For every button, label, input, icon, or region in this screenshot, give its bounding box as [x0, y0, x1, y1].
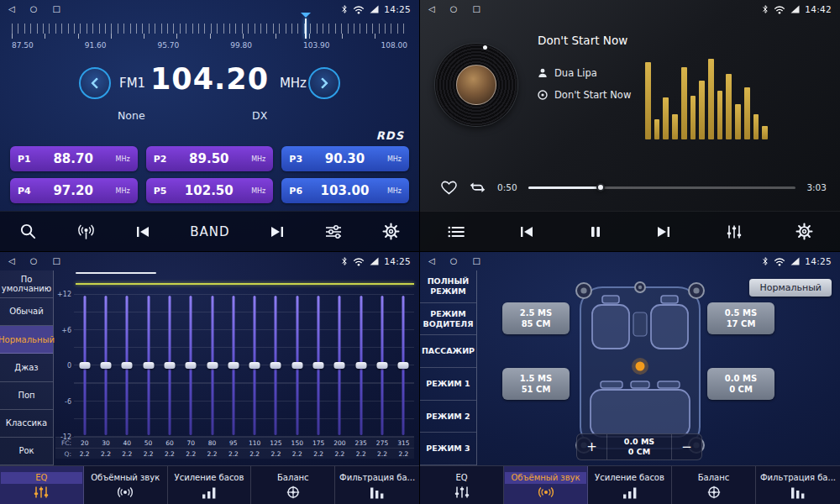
dsp-tab-eq-sliders[interactable]: EQ	[420, 466, 504, 504]
eq-slider-knob[interactable]	[79, 362, 90, 369]
eq-preset-jazz[interactable]: Джаз	[0, 354, 53, 381]
mode-full[interactable]: ПОЛНЫЙ РЕЖИМ	[420, 270, 476, 303]
eq-slider-knob[interactable]	[207, 362, 218, 369]
nav-back-icon[interactable]: ◁	[428, 252, 435, 270]
audio-settings-button[interactable]	[324, 224, 343, 239]
previous-track-button[interactable]	[518, 225, 535, 239]
nav-home-icon[interactable]: ○	[450, 0, 458, 18]
dsp-tab-eq-sliders[interactable]: EQ	[0, 466, 84, 504]
eq-slider-knob[interactable]	[164, 362, 175, 369]
eq-preset-pop[interactable]: Поп	[0, 382, 53, 410]
pause-button[interactable]	[589, 225, 602, 239]
eq-slider-knob[interactable]	[186, 362, 197, 369]
eq-slider-knob[interactable]	[143, 362, 154, 369]
delay-front-right-button[interactable]: 0.5 MS 17 CM	[707, 302, 774, 334]
scan-search-button[interactable]	[19, 223, 37, 240]
preset-button-p4[interactable]: P4 97.20 MHz	[10, 178, 138, 203]
eq-preset-classic[interactable]: Классика	[0, 410, 53, 438]
mode-1[interactable]: РЕЖИМ 1	[420, 368, 476, 401]
eq-slider-knob[interactable]	[270, 362, 281, 369]
decrease-delay-button[interactable]: −	[671, 434, 701, 459]
dsp-tab-surround-sound[interactable]: Объёмный звук	[84, 466, 168, 504]
nav-recents-icon[interactable]: □	[52, 0, 60, 18]
dsp-tab-balance[interactable]: Баланс	[251, 466, 335, 504]
delay-rear-left-button[interactable]: 1.5 MS 51 CM	[502, 368, 570, 400]
nav-recents-icon[interactable]: □	[472, 252, 480, 270]
profile-button[interactable]: Нормальный	[749, 279, 832, 297]
nav-back-icon[interactable]: ◁	[8, 252, 15, 270]
dsp-tab-balance[interactable]: Баланс	[672, 466, 756, 504]
eq-band-slider[interactable]	[350, 294, 371, 437]
dsp-tab-bass-boost[interactable]: Усиление басов	[168, 466, 252, 504]
nav-back-icon[interactable]: ◁	[8, 0, 15, 18]
eq-slider-knob[interactable]	[334, 362, 345, 369]
eq-band-slider[interactable]	[74, 294, 95, 437]
next-station-button[interactable]	[269, 225, 286, 239]
eq-band-slider[interactable]	[307, 294, 328, 437]
repeat-button[interactable]	[469, 180, 486, 195]
dsp-tab-bass-boost[interactable]: Усиление басов	[588, 466, 672, 504]
eq-preset-rock[interactable]: Рок	[0, 438, 53, 465]
eq-band-slider[interactable]	[181, 294, 202, 437]
eq-band-slider[interactable]	[244, 294, 265, 437]
preset-button-p2[interactable]: P2 89.50 MHz	[146, 146, 274, 171]
delay-rear-right-button[interactable]: 0.0 MS 0 CM	[707, 368, 774, 400]
equalizer-button[interactable]	[726, 224, 743, 239]
eq-band-slider[interactable]	[117, 294, 138, 437]
dsp-tab-surround-sound[interactable]: Объёмный звук	[504, 466, 588, 504]
delay-front-left-button[interactable]: 2.5 MS 85 CM	[502, 302, 570, 334]
mode-driver[interactable]: РЕЖИМ ВОДИТЕЛЯ	[420, 303, 476, 336]
favorite-button[interactable]	[440, 180, 458, 195]
eq-slider-knob[interactable]	[377, 362, 388, 369]
settings-button[interactable]	[382, 223, 400, 240]
eq-band-slider[interactable]	[223, 294, 244, 437]
nav-home-icon[interactable]: ○	[30, 252, 38, 270]
nav-recents-icon[interactable]: □	[52, 252, 60, 270]
eq-slider-knob[interactable]	[398, 362, 409, 369]
dsp-tab-bass-filter[interactable]: Фильтрация ба...	[756, 466, 840, 504]
broadcast-button[interactable]	[76, 223, 96, 240]
eq-band-slider[interactable]	[265, 294, 286, 437]
frequency-ruler[interactable]: 87.50 91.60 95.70 99.80 103.90 108.00	[12, 24, 407, 60]
nav-back-icon[interactable]: ◁	[428, 0, 435, 18]
eq-band-slider[interactable]	[393, 294, 414, 437]
playlist-button[interactable]	[447, 225, 465, 239]
eq-band-slider[interactable]	[138, 294, 159, 437]
preset-button-p1[interactable]: P1 88.70 MHz	[10, 146, 138, 171]
eq-band-slider[interactable]	[286, 294, 307, 437]
dsp-tab-bass-filter[interactable]: Фильтрация ба...	[335, 466, 419, 504]
eq-band-slider[interactable]	[371, 294, 392, 437]
eq-slider-knob[interactable]	[249, 362, 260, 369]
eq-band-slider[interactable]	[329, 294, 350, 437]
eq-slider-knob[interactable]	[228, 362, 239, 369]
eq-preset-normal[interactable]: Нормальный	[0, 326, 53, 354]
nav-home-icon[interactable]: ○	[450, 252, 458, 270]
tune-up-button[interactable]	[308, 67, 340, 99]
album-art[interactable]	[435, 44, 517, 126]
band-button[interactable]: BAND	[190, 224, 229, 239]
eq-preset-default[interactable]: По умолчанию	[0, 270, 53, 298]
eq-band-slider[interactable]	[159, 294, 180, 437]
preset-button-p6[interactable]: P6 103.00 MHz	[281, 178, 409, 203]
eq-band-slider[interactable]	[95, 294, 116, 437]
previous-station-button[interactable]	[134, 225, 151, 239]
progress-bar[interactable]	[528, 186, 796, 189]
mode-passenger[interactable]: ПАССАЖИР	[420, 335, 476, 368]
eq-preset-custom[interactable]: Обычай	[0, 298, 53, 326]
mode-2[interactable]: РЕЖИМ 2	[420, 401, 476, 433]
eq-band-slider[interactable]	[202, 294, 223, 437]
eq-slider-knob[interactable]	[100, 362, 111, 369]
nav-recents-icon[interactable]: □	[472, 0, 480, 18]
next-track-button[interactable]	[655, 225, 672, 239]
eq-slider-knob[interactable]	[291, 362, 302, 369]
mode-3[interactable]: РЕЖИМ 3	[420, 433, 476, 465]
progress-knob[interactable]	[596, 183, 605, 192]
nav-home-icon[interactable]: ○	[30, 0, 38, 18]
increase-delay-button[interactable]: +	[577, 434, 607, 459]
eq-slider-knob[interactable]	[355, 362, 366, 369]
tuning-marker[interactable]	[305, 18, 307, 39]
settings-button[interactable]	[795, 223, 813, 240]
preset-button-p5[interactable]: P5 102.50 MHz	[146, 178, 274, 203]
preset-button-p3[interactable]: P3 90.30 MHz	[281, 146, 409, 171]
eq-slider-knob[interactable]	[313, 362, 324, 369]
